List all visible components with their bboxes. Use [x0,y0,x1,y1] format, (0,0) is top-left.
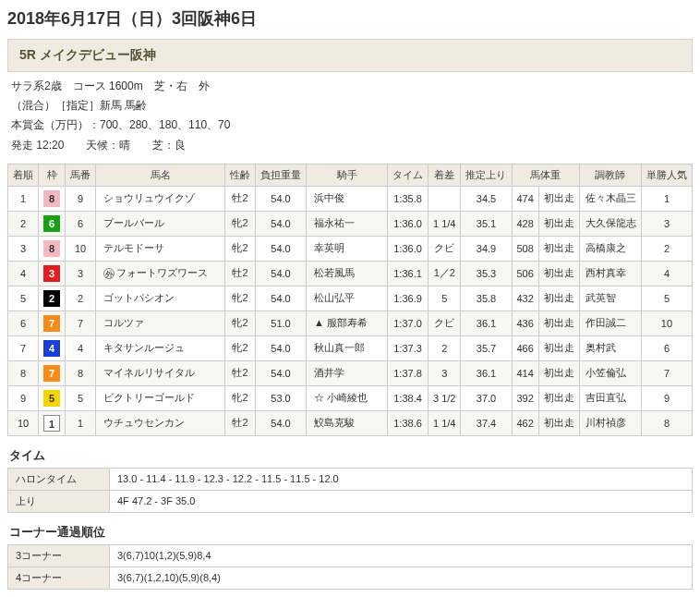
table-row: 744キタサンルージュ牝254.0秋山真一郎1:37.3235.7466初出走奥… [8,335,693,360]
cell-pop: 5 [641,286,692,311]
cell-waku: 8 [39,186,66,211]
col-body-weight: 馬体重 [512,164,579,186]
cell-weight: 53.0 [256,385,307,410]
cell-weight: 54.0 [256,236,307,261]
cell-jockey: 浜中俊 [307,186,388,211]
cell-sexage: 牝2 [225,211,256,236]
cell-margin: クビ [428,311,461,335]
cell-margin: 3 [428,360,461,385]
cell-order: 2 [8,211,39,236]
cell-prev: 初出走 [538,385,579,410]
cell-margin: 5 [428,286,461,311]
cell-waku: 4 [39,335,66,360]
cell-num: 6 [66,211,96,236]
waku-badge: 8 [43,240,60,257]
race-info: サラ系2歳 コース 1600m 芝・右 外 （混合）［指定］新馬 馬齢 本賞金（… [7,78,693,154]
col-margin: 着差 [428,164,461,186]
cell-margin: クビ [428,236,461,261]
table-row: 522ゴットパシオン牝254.0松山弘平1:36.9535.8432初出走武英智… [8,286,693,311]
col-agari: 推定上り [461,164,512,186]
cell-jockey: ☆ 小崎綾也 [307,385,388,410]
cell-pop: 1 [641,186,692,211]
cell-prev: 初出走 [538,186,579,211]
cell-sexage: 牡2 [225,186,256,211]
race-header: 5R メイクデビュー阪神 [7,39,693,72]
cell-prev: 初出走 [538,211,579,236]
cell-pop: 8 [641,410,692,435]
cell-sexage: 牡2 [225,410,256,435]
cell-weight: 54.0 [256,261,307,286]
results-table: 着順 枠 馬番 馬名 性齢 負担重量 騎手 タイム 着差 推定上り 馬体重 調教… [7,164,693,436]
time-section-title: タイム [9,447,693,464]
cell-label: 3コーナー [8,544,110,567]
cell-waku: 8 [39,236,66,261]
race-info-line: サラ系2歳 コース 1600m 芝・右 外 [11,78,693,95]
cell-num: 9 [66,186,96,211]
table-row: 3コーナー3(6,7)10(1,2)(5,9)8,4 [8,544,693,567]
cell-sexage: 牡2 [225,261,256,286]
cell-pop: 4 [641,261,692,286]
cell-trainer: 西村真幸 [579,261,641,286]
cell-time: 1:38.6 [388,410,428,435]
cell-bweight: 466 [512,335,538,360]
waku-badge: 8 [43,190,60,207]
cell-order: 8 [8,360,39,385]
waku-badge: 2 [43,290,60,307]
cell-value: 3(6,7)(1,2,10)(5,9)(8,4) [110,567,693,589]
cell-horse: キタサンルージュ [96,335,225,360]
cell-value: 13.0 - 11.4 - 11.9 - 12.3 - 12.2 - 11.5 … [110,468,693,490]
cell-horse: コルツァ [96,311,225,335]
cell-pop: 3 [641,211,692,236]
cell-prev: 初出走 [538,335,579,360]
cell-prev: 初出走 [538,311,579,335]
race-info-line: 発走 12:20 天候：晴 芝：良 [11,137,693,154]
col-trainer: 調教師 [579,164,641,186]
cell-weight: 54.0 [256,186,307,211]
cell-num: 5 [66,385,96,410]
waku-badge: 6 [43,215,60,232]
cell-agari: 37.0 [461,385,512,410]
cell-time: 1:36.1 [388,261,428,286]
table-row: 433外フォートワズワース牡254.0松若風馬1:36.11／235.3506初… [8,261,693,286]
table-row: 上り4F 47.2 - 3F 35.0 [8,490,693,512]
cell-order: 4 [8,261,39,286]
cell-order: 3 [8,236,39,261]
cell-prev: 初出走 [538,360,579,385]
cell-pop: 9 [641,385,692,410]
cell-weight: 51.0 [256,311,307,335]
table-row: 955ビクトリーゴールド牝253.0☆ 小崎綾也1:38.43 1/237.03… [8,385,693,410]
cell-jockey: 松山弘平 [307,286,388,311]
cell-order: 7 [8,335,39,360]
cell-trainer: 作田誠二 [579,311,641,335]
time-table: ハロンタイム13.0 - 11.4 - 11.9 - 12.3 - 12.2 -… [7,468,693,513]
cell-trainer: 川村禎彦 [579,410,641,435]
cell-bweight: 506 [512,261,538,286]
cell-horse: ショウリュウイクゾ [96,186,225,211]
cell-agari: 37.4 [461,410,512,435]
cell-trainer: 武英智 [579,286,641,311]
cell-bweight: 436 [512,311,538,335]
cell-num: 8 [66,360,96,385]
cell-sexage: 牝2 [225,236,256,261]
cell-prev: 初出走 [538,410,579,435]
cell-num: 7 [66,311,96,335]
cell-bweight: 432 [512,286,538,311]
cell-waku: 3 [39,261,66,286]
corner-table: 3コーナー3(6,7)10(1,2)(5,9)8,44コーナー3(6,7)(1,… [7,544,693,590]
cell-weight: 54.0 [256,360,307,385]
cell-sexage: 牝2 [225,385,256,410]
cell-bweight: 462 [512,410,538,435]
col-jockey: 騎手 [307,164,388,186]
cell-value: 3(6,7)10(1,2)(5,9)8,4 [110,544,693,567]
col-num: 馬番 [66,164,96,186]
cell-sexage: 牝2 [225,286,256,311]
cell-agari: 35.8 [461,286,512,311]
table-row: 677コルツァ牝251.0▲ 服部寿希1:37.0クビ36.1436初出走作田誠… [8,311,693,335]
col-weight: 負担重量 [256,164,307,186]
table-row: ハロンタイム13.0 - 11.4 - 11.9 - 12.3 - 12.2 -… [8,468,693,490]
table-row: 878マイネルリサイタル牡254.0酒井学1:37.8336.1414初出走小笠… [8,360,693,385]
waku-badge: 5 [43,390,60,407]
cell-jockey: 松若風馬 [307,261,388,286]
cell-jockey: ▲ 服部寿希 [307,311,388,335]
cell-margin: 3 1/2 [428,385,461,410]
